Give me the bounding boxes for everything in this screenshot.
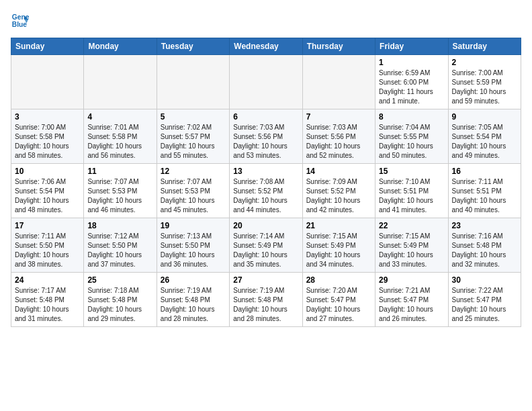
calendar-cell: 25Sunrise: 7:18 AM Sunset: 5:48 PM Dayli…: [84, 273, 157, 327]
calendar-cell: 14Sunrise: 7:09 AM Sunset: 5:52 PM Dayli…: [302, 164, 375, 218]
weekday-header-sunday: Sunday: [11, 38, 84, 55]
day-number: 22: [379, 221, 444, 230]
day-info: Sunrise: 7:19 AM Sunset: 5:48 PM Dayligh…: [233, 286, 298, 324]
week-row-1: 1Sunrise: 6:59 AM Sunset: 6:00 PM Daylig…: [11, 55, 521, 109]
day-number: 16: [452, 167, 517, 176]
calendar-cell: 11Sunrise: 7:07 AM Sunset: 5:53 PM Dayli…: [84, 164, 157, 218]
calendar-cell: [11, 55, 84, 109]
calendar-cell: 16Sunrise: 7:11 AM Sunset: 5:51 PM Dayli…: [448, 164, 521, 218]
day-info: Sunrise: 7:07 AM Sunset: 5:53 PM Dayligh…: [87, 177, 152, 215]
day-info: Sunrise: 7:16 AM Sunset: 5:48 PM Dayligh…: [452, 232, 517, 269]
weekday-header-tuesday: Tuesday: [157, 38, 229, 55]
calendar-cell: 24Sunrise: 7:17 AM Sunset: 5:48 PM Dayli…: [11, 273, 84, 327]
day-number: 6: [233, 112, 298, 122]
calendar-cell: 21Sunrise: 7:15 AM Sunset: 5:49 PM Dayli…: [302, 218, 375, 273]
day-number: 25: [87, 275, 152, 285]
day-info: Sunrise: 7:03 AM Sunset: 5:56 PM Dayligh…: [233, 123, 298, 161]
calendar-cell: 2Sunrise: 7:00 AM Sunset: 5:59 PM Daylig…: [448, 55, 521, 109]
day-info: Sunrise: 7:22 AM Sunset: 5:47 PM Dayligh…: [452, 286, 517, 324]
day-info: Sunrise: 7:21 AM Sunset: 5:47 PM Dayligh…: [379, 286, 444, 324]
day-info: Sunrise: 7:15 AM Sunset: 5:49 PM Dayligh…: [379, 232, 444, 269]
logo-icon: General Blue: [11, 11, 30, 30]
day-number: 23: [452, 221, 517, 230]
day-info: Sunrise: 7:09 AM Sunset: 5:52 PM Dayligh…: [306, 177, 371, 215]
calendar-cell: 9Sunrise: 7:05 AM Sunset: 5:54 PM Daylig…: [448, 109, 521, 164]
calendar-cell: 15Sunrise: 7:10 AM Sunset: 5:51 PM Dayli…: [375, 164, 448, 218]
calendar-cell: [157, 55, 229, 109]
day-number: 10: [15, 167, 80, 176]
day-info: Sunrise: 7:03 AM Sunset: 5:56 PM Dayligh…: [306, 123, 371, 161]
week-row-3: 10Sunrise: 7:06 AM Sunset: 5:54 PM Dayli…: [11, 164, 521, 218]
day-number: 8: [379, 112, 444, 122]
day-number: 3: [15, 112, 80, 122]
day-number: 9: [452, 112, 517, 122]
day-info: Sunrise: 7:11 AM Sunset: 5:50 PM Dayligh…: [15, 232, 80, 269]
day-number: 18: [87, 221, 152, 230]
calendar-cell: 6Sunrise: 7:03 AM Sunset: 5:56 PM Daylig…: [230, 109, 302, 164]
day-info: Sunrise: 7:13 AM Sunset: 5:50 PM Dayligh…: [161, 232, 226, 269]
weekday-header-friday: Friday: [375, 38, 448, 55]
day-number: 14: [306, 167, 371, 176]
day-number: 26: [161, 275, 226, 285]
calendar-cell: 12Sunrise: 7:07 AM Sunset: 5:53 PM Dayli…: [157, 164, 229, 218]
calendar-cell: 30Sunrise: 7:22 AM Sunset: 5:47 PM Dayli…: [448, 273, 521, 327]
calendar-cell: 8Sunrise: 7:04 AM Sunset: 5:55 PM Daylig…: [375, 109, 448, 164]
weekday-header-wednesday: Wednesday: [230, 38, 302, 55]
calendar-table: SundayMondayTuesdayWednesdayThursdayFrid…: [11, 38, 521, 327]
calendar-cell: 23Sunrise: 7:16 AM Sunset: 5:48 PM Dayli…: [448, 218, 521, 273]
calendar-cell: 20Sunrise: 7:14 AM Sunset: 5:49 PM Dayli…: [230, 218, 302, 273]
calendar-cell: 18Sunrise: 7:12 AM Sunset: 5:50 PM Dayli…: [84, 218, 157, 273]
day-number: 15: [379, 167, 444, 176]
day-info: Sunrise: 7:17 AM Sunset: 5:48 PM Dayligh…: [15, 286, 80, 324]
calendar-cell: 3Sunrise: 7:00 AM Sunset: 5:58 PM Daylig…: [11, 109, 84, 164]
day-info: Sunrise: 7:00 AM Sunset: 5:58 PM Dayligh…: [15, 123, 80, 161]
day-number: 19: [161, 221, 226, 230]
calendar-cell: 22Sunrise: 7:15 AM Sunset: 5:49 PM Dayli…: [375, 218, 448, 273]
weekday-header-row: SundayMondayTuesdayWednesdayThursdayFrid…: [11, 38, 521, 55]
calendar-cell: 26Sunrise: 7:19 AM Sunset: 5:48 PM Dayli…: [157, 273, 229, 327]
weekday-header-thursday: Thursday: [302, 38, 375, 55]
day-number: 17: [15, 221, 80, 230]
calendar-cell: 19Sunrise: 7:13 AM Sunset: 5:50 PM Dayli…: [157, 218, 229, 273]
day-info: Sunrise: 7:04 AM Sunset: 5:55 PM Dayligh…: [379, 123, 444, 161]
day-number: 13: [233, 167, 298, 176]
calendar-cell: 17Sunrise: 7:11 AM Sunset: 5:50 PM Dayli…: [11, 218, 84, 273]
day-info: Sunrise: 7:12 AM Sunset: 5:50 PM Dayligh…: [87, 232, 152, 269]
day-number: 2: [452, 58, 517, 67]
week-row-2: 3Sunrise: 7:00 AM Sunset: 5:58 PM Daylig…: [11, 109, 521, 164]
weekday-header-monday: Monday: [84, 38, 157, 55]
day-info: Sunrise: 7:15 AM Sunset: 5:49 PM Dayligh…: [306, 232, 371, 269]
day-info: Sunrise: 7:08 AM Sunset: 5:52 PM Dayligh…: [233, 177, 298, 215]
calendar-cell: 13Sunrise: 7:08 AM Sunset: 5:52 PM Dayli…: [230, 164, 302, 218]
day-info: Sunrise: 7:06 AM Sunset: 5:54 PM Dayligh…: [15, 177, 80, 215]
day-info: Sunrise: 7:10 AM Sunset: 5:51 PM Dayligh…: [379, 177, 444, 215]
day-info: Sunrise: 6:59 AM Sunset: 6:00 PM Dayligh…: [379, 68, 444, 106]
calendar-cell: 29Sunrise: 7:21 AM Sunset: 5:47 PM Dayli…: [375, 273, 448, 327]
day-info: Sunrise: 7:19 AM Sunset: 5:48 PM Dayligh…: [161, 286, 226, 324]
day-number: 21: [306, 221, 371, 230]
day-number: 5: [161, 112, 226, 122]
day-info: Sunrise: 7:02 AM Sunset: 5:57 PM Dayligh…: [161, 123, 226, 161]
day-info: Sunrise: 7:14 AM Sunset: 5:49 PM Dayligh…: [233, 232, 298, 269]
week-row-4: 17Sunrise: 7:11 AM Sunset: 5:50 PM Dayli…: [11, 218, 521, 273]
calendar-cell: [84, 55, 157, 109]
day-number: 30: [452, 275, 517, 285]
calendar-cell: 5Sunrise: 7:02 AM Sunset: 5:57 PM Daylig…: [157, 109, 229, 164]
day-info: Sunrise: 7:11 AM Sunset: 5:51 PM Dayligh…: [452, 177, 517, 215]
day-info: Sunrise: 7:05 AM Sunset: 5:54 PM Dayligh…: [452, 123, 517, 161]
day-number: 1: [379, 58, 444, 67]
day-number: 11: [87, 167, 152, 176]
svg-text:Blue: Blue: [12, 21, 28, 28]
calendar-cell: 10Sunrise: 7:06 AM Sunset: 5:54 PM Dayli…: [11, 164, 84, 218]
day-number: 12: [161, 167, 226, 176]
day-number: 7: [306, 112, 371, 122]
calendar-cell: 28Sunrise: 7:20 AM Sunset: 5:47 PM Dayli…: [302, 273, 375, 327]
logo: General Blue: [11, 11, 30, 30]
calendar-cell: 1Sunrise: 6:59 AM Sunset: 6:00 PM Daylig…: [375, 55, 448, 109]
day-number: 28: [306, 275, 371, 285]
day-info: Sunrise: 7:01 AM Sunset: 5:58 PM Dayligh…: [87, 123, 152, 161]
day-number: 4: [87, 112, 152, 122]
week-row-5: 24Sunrise: 7:17 AM Sunset: 5:48 PM Dayli…: [11, 273, 521, 327]
calendar-cell: 27Sunrise: 7:19 AM Sunset: 5:48 PM Dayli…: [230, 273, 302, 327]
day-info: Sunrise: 7:18 AM Sunset: 5:48 PM Dayligh…: [87, 286, 152, 324]
